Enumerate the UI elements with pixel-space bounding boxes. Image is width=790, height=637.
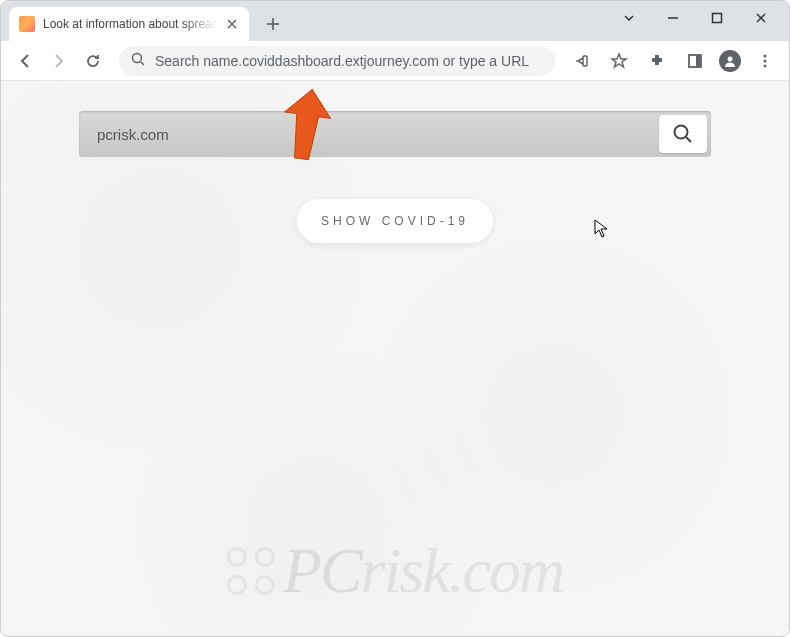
watermark-logo-icon [227,547,275,595]
share-icon[interactable] [567,47,595,75]
chevron-down-icon[interactable] [623,10,635,28]
magnifier-icon [672,123,694,145]
forward-button[interactable] [45,47,73,75]
svg-point-8 [764,64,767,67]
svg-rect-0 [713,14,722,23]
watermark-text: PCrisk.com [283,534,563,608]
browser-toolbar: Search name.coviddashboard.extjourney.co… [1,41,789,81]
svg-point-6 [764,54,767,57]
new-tab-button[interactable] [259,10,287,38]
tab-close-icon[interactable] [225,17,239,31]
svg-point-5 [728,56,733,61]
page-search-bar [79,111,711,157]
annotation-arrow-icon [281,87,341,171]
toolbar-right [567,47,779,75]
page-search-button[interactable] [659,115,707,153]
reload-button[interactable] [79,47,107,75]
search-icon [131,52,145,70]
svg-point-1 [133,53,142,62]
watermark: PCrisk.com [227,534,563,608]
browser-tab[interactable]: Look at information about spread [9,7,249,41]
menu-icon[interactable] [751,47,779,75]
svg-point-7 [764,59,767,62]
extensions-icon[interactable] [643,47,671,75]
tab-favicon-icon [19,16,35,32]
close-icon[interactable] [755,10,767,28]
bookmark-icon[interactable] [605,47,633,75]
address-bar[interactable]: Search name.coviddashboard.extjourney.co… [119,46,555,76]
tab-title: Look at information about spread [43,17,217,31]
page-content: SHOW COVID-19 PCrisk.com [1,81,789,637]
minimize-icon[interactable] [667,10,679,28]
back-button[interactable] [11,47,39,75]
profile-avatar[interactable] [719,50,741,72]
maximize-icon[interactable] [711,10,723,28]
svg-rect-4 [696,55,701,67]
svg-rect-2 [583,56,587,66]
svg-point-9 [675,126,688,139]
page-search-input[interactable] [79,111,655,157]
sidepanel-icon[interactable] [681,47,709,75]
show-covid-button[interactable]: SHOW COVID-19 [297,199,493,243]
window-controls [601,1,789,37]
omnibox-placeholder: Search name.coviddashboard.extjourney.co… [155,53,543,69]
show-covid-label: SHOW COVID-19 [321,214,469,228]
